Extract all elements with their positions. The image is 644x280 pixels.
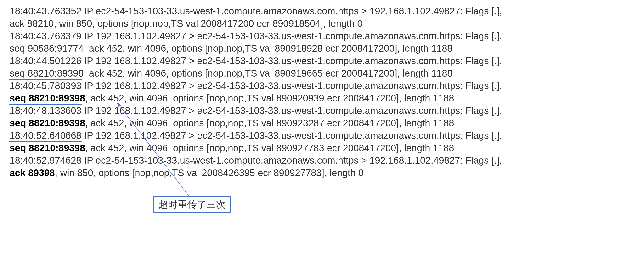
timestamp-box: 18:40:45.780393: [8, 79, 82, 92]
log-line-retransmit-3: 18:40:52.640668 IP 192.168.1.102.49827 >…: [10, 129, 634, 142]
seq-bold: seq 88210:89398: [10, 93, 85, 104]
log-line: seq 88210:89398, ack 452, win 4096, opti…: [10, 92, 634, 104]
log-line: 18:40:43.763379 IP 192.168.1.102.49827 >…: [10, 30, 634, 42]
log-line: 18:40:52.974628 IP ec2-54-153-103-33.us-…: [10, 154, 634, 166]
log-line: seq 90586:91774, ack 452, win 4096, opti…: [10, 42, 634, 54]
log-line: ack 88210, win 850, options [nop,nop,TS …: [10, 17, 634, 30]
timestamp-box: 18:40:48.133603: [8, 104, 82, 117]
tcpdump-log: 18:40:43.763352 IP ec2-54-153-103-33.us-…: [10, 5, 634, 179]
log-line: 18:40:44.501226 IP 192.168.1.102.49827 >…: [10, 54, 634, 67]
log-text: , ack 452, win 4096, options [nop,nop,TS…: [85, 118, 454, 128]
log-line: 18:40:43.763352 IP ec2-54-153-103-33.us-…: [10, 5, 634, 17]
log-line: seq 88210:89398, ack 452, win 4096, opti…: [10, 117, 634, 129]
log-line: seq 88210:89398, ack 452, win 4096, opti…: [10, 142, 634, 154]
ack-bold: ack 89398: [10, 168, 55, 178]
timestamp-box: 18:40:52.640668: [8, 129, 82, 142]
log-text: IP 192.168.1.102.49827 > ec2-54-153-103-…: [82, 105, 502, 116]
log-line-retransmit-1: 18:40:45.780393 IP 192.168.1.102.49827 >…: [10, 80, 634, 92]
callout-label: 超时重传了三次: [153, 196, 231, 212]
log-text: IP 192.168.1.102.49827 > ec2-54-153-103-…: [82, 130, 502, 141]
log-line: ack 89398, win 850, options [nop,nop,TS …: [10, 166, 634, 179]
seq-bold: seq 88210:89398: [10, 118, 85, 128]
log-line-retransmit-2: 18:40:48.133603 IP 192.168.1.102.49827 >…: [10, 104, 634, 117]
log-text: , ack 452, win 4096, options [nop,nop,TS…: [85, 93, 454, 104]
log-line: seq 88210:89398, ack 452, win 4096, opti…: [10, 67, 634, 80]
log-text: , win 850, options [nop,nop,TS val 20084…: [55, 168, 364, 178]
log-text: , ack 452, win 4096, options [nop,nop,TS…: [85, 143, 454, 153]
log-text: IP 192.168.1.102.49827 > ec2-54-153-103-…: [82, 80, 502, 91]
seq-bold: seq 88210:89398: [10, 143, 85, 153]
page: 18:40:43.763352 IP ec2-54-153-103-33.us-…: [0, 0, 644, 280]
